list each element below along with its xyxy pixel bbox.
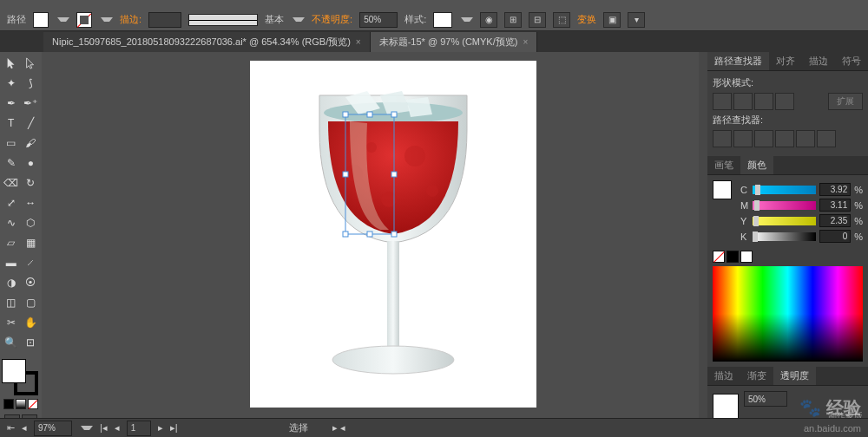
trim-button[interactable]	[733, 130, 753, 147]
nav-prev-icon[interactable]: ◂	[22, 422, 27, 434]
fill-swatch[interactable]	[33, 12, 49, 28]
gradient-tool[interactable]: ▬	[2, 253, 21, 272]
line-tool[interactable]: ╱	[22, 114, 41, 133]
blend-tool[interactable]: ◑	[2, 273, 21, 292]
tab-stroke2[interactable]: 描边	[707, 367, 740, 385]
stroke-style-preview[interactable]	[188, 14, 258, 26]
graph-tool[interactable]: ◫	[2, 293, 21, 312]
scale-tool[interactable]: ⤢	[2, 193, 21, 212]
warp-tool[interactable]: ∿	[2, 213, 21, 232]
gradient-mode-swatch[interactable]	[16, 399, 26, 409]
shape-icon[interactable]: ⬚	[553, 12, 570, 28]
exclude-button[interactable]	[775, 93, 794, 110]
artboard-last-icon[interactable]: ▸|	[170, 422, 178, 434]
divide-button[interactable]	[713, 130, 732, 147]
zoom-input[interactable]	[34, 421, 72, 436]
perspective-tool[interactable]: ▱	[2, 233, 21, 252]
slice-tool[interactable]: ✂	[2, 313, 21, 332]
style-dropdown-icon[interactable]	[461, 17, 473, 23]
zoom-tool[interactable]: 🔍	[2, 333, 21, 352]
color-mode-swatch[interactable]	[3, 399, 14, 409]
recolor-icon[interactable]: ◉	[480, 12, 497, 28]
eraser-tool[interactable]: ⌫	[2, 173, 21, 192]
pen-tool[interactable]: ✒	[2, 94, 21, 113]
none-mode-swatch[interactable]	[28, 399, 38, 409]
magic-wand-tool[interactable]: ✦	[2, 74, 21, 93]
intersect-button[interactable]	[754, 93, 773, 110]
tab-stroke[interactable]: 描边	[802, 52, 835, 70]
channel-value-M[interactable]	[819, 199, 851, 212]
close-icon[interactable]: ×	[523, 37, 528, 47]
fill-dropdown-icon[interactable]	[57, 17, 69, 23]
document-tab-2[interactable]: 未标题-15* @ 97% (CMYK/预览) ×	[371, 32, 538, 52]
color-fill-swatch[interactable]	[713, 180, 732, 199]
stroke-width-input[interactable]	[148, 12, 181, 28]
artboard-number-input[interactable]	[127, 421, 151, 436]
stroke-dropdown-icon[interactable]	[101, 17, 113, 23]
stroke-style-dropdown-icon[interactable]	[293, 17, 305, 23]
slider-M[interactable]	[753, 201, 816, 210]
symbol-sprayer-tool[interactable]: ⦿	[22, 273, 41, 292]
close-icon[interactable]: ×	[356, 37, 361, 47]
rotate-tool[interactable]: ↻	[22, 173, 41, 192]
artboard-prev-icon[interactable]: |◂	[100, 422, 108, 434]
mesh-tool[interactable]: ▦	[22, 233, 41, 252]
artboard-next-icon[interactable]: ▸	[158, 422, 163, 434]
transparency-opacity-input[interactable]	[744, 391, 787, 407]
canvas-area[interactable]	[42, 52, 699, 418]
extra-tool[interactable]: ⊡	[22, 333, 41, 352]
rectangle-tool[interactable]: ▭	[2, 134, 21, 153]
more-icon[interactable]: ▾	[628, 12, 645, 28]
artboard-prev2-icon[interactable]: ◂	[115, 422, 120, 434]
shape-builder-tool[interactable]: ⬡	[22, 213, 41, 232]
pencil-tool[interactable]: ✎	[2, 153, 21, 173]
black-swatch[interactable]	[727, 251, 739, 263]
graphic-style-swatch[interactable]	[433, 12, 452, 28]
lasso-tool[interactable]: ⟆	[22, 74, 41, 93]
channel-value-K[interactable]	[819, 230, 851, 243]
tab-pathfinder[interactable]: 路径查找器	[707, 52, 769, 70]
merge-button[interactable]	[754, 130, 773, 147]
transparency-thumb[interactable]	[713, 394, 739, 420]
panel-dock-strip[interactable]	[699, 52, 707, 418]
type-tool[interactable]: T	[2, 114, 21, 133]
channel-value-C[interactable]	[819, 183, 851, 196]
color-spectrum[interactable]	[713, 266, 863, 362]
artboard-tool[interactable]: ▢	[22, 293, 41, 312]
minus-front-button[interactable]	[733, 93, 753, 110]
fill-stroke-swatches[interactable]	[2, 359, 40, 397]
width-tool[interactable]: ↔	[22, 193, 41, 212]
unite-button[interactable]	[713, 93, 732, 110]
hand-tool[interactable]: ✋	[22, 313, 41, 332]
paintbrush-tool[interactable]: 🖌	[22, 134, 41, 153]
blob-tool[interactable]: ●	[22, 153, 41, 173]
tab-color[interactable]: 颜色	[740, 156, 773, 174]
slider-Y[interactable]	[753, 217, 816, 225]
isolate-icon[interactable]: ▣	[603, 12, 621, 28]
tab-brushes[interactable]: 画笔	[707, 156, 740, 174]
tab-transparency[interactable]: 透明度	[773, 367, 816, 385]
fill-color[interactable]	[2, 359, 26, 383]
align-icon[interactable]: ⊞	[504, 12, 522, 28]
tab-gradient[interactable]: 渐变	[740, 367, 773, 385]
direct-selection-tool[interactable]	[22, 54, 41, 73]
crop-button[interactable]	[775, 130, 794, 147]
channel-value-Y[interactable]	[819, 214, 851, 227]
outline-button[interactable]	[796, 130, 815, 147]
stroke-swatch[interactable]	[76, 12, 92, 28]
tab-symbols[interactable]: 符号	[835, 52, 868, 70]
eyedropper-tool[interactable]: ⟋	[22, 253, 41, 272]
slider-K[interactable]	[753, 232, 816, 241]
minus-back-button[interactable]	[817, 130, 836, 147]
zoom-dropdown-icon[interactable]	[81, 426, 93, 431]
opacity-input[interactable]	[359, 12, 398, 28]
document-tab-1[interactable]: Nipic_15097685_20180518093222687036.ai* …	[43, 32, 371, 52]
nav-first-icon[interactable]: ⇤	[7, 422, 15, 434]
expand-button[interactable]: 扩展	[828, 93, 863, 110]
slider-C[interactable]	[753, 186, 816, 194]
tab-align[interactable]: 对齐	[769, 52, 802, 70]
selection-tool[interactable]	[2, 54, 21, 73]
white-swatch[interactable]	[740, 251, 753, 263]
none-swatch[interactable]	[713, 251, 725, 263]
align2-icon[interactable]: ⊟	[529, 12, 546, 28]
